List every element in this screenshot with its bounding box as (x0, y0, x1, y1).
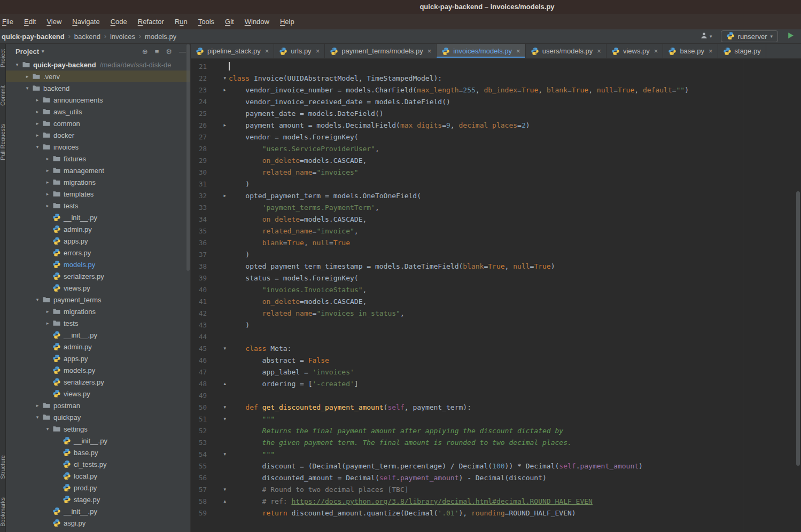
user-account-button[interactable]: ▾ (700, 32, 712, 41)
code-line-54[interactable]: 54▾ """ (191, 448, 801, 460)
tree-item-management[interactable]: ▸management (6, 165, 190, 176)
tree-item-settings[interactable]: ▾settings (6, 423, 190, 435)
tree-item-ci-tests-py[interactable]: ci_tests.py (6, 458, 190, 470)
menu-item-tools[interactable]: Tools (193, 14, 220, 29)
code-line-56[interactable]: 56 discounted_amount = Decimal(self.paym… (191, 472, 801, 483)
chevron-down-icon[interactable]: ▾ (22, 85, 32, 91)
editor-tab-invoices-models-py[interactable]: invoices/models.py× (437, 44, 525, 58)
tree-item-views-py[interactable]: views.py (6, 282, 190, 294)
tree-item-init-py[interactable]: __init__.py (6, 435, 190, 447)
project-view-selector[interactable]: Project ▾ (15, 48, 44, 56)
chevron-right-icon[interactable]: ▸ (33, 403, 42, 408)
chevron-right-icon[interactable]: ▸ (43, 179, 52, 185)
chevron-right-icon[interactable]: ▸ (43, 168, 52, 173)
code-line-46[interactable]: 46 abstract = False (191, 354, 801, 366)
code-line-23[interactable]: 23▸ vendor_invoice_number = models.CharF… (191, 84, 801, 96)
tool-stripe-project[interactable]: Project (0, 49, 6, 67)
breadcrumb-item-backend[interactable]: backend (74, 33, 100, 41)
tree-item-base-py[interactable]: base.py (6, 447, 190, 458)
code-line-22[interactable]: 22▾class Invoice(UUIDAbstractModel, Time… (191, 72, 801, 84)
fold-open-icon[interactable]: ▾ (223, 452, 226, 457)
fold-end-icon[interactable]: ▴ (223, 381, 226, 386)
tree-item-local-py[interactable]: local.py (6, 470, 190, 482)
code-editor[interactable]: 2122▾class Invoice(UUIDAbstractModel, Ti… (191, 59, 801, 532)
code-line-48[interactable]: 48▴ ordering = ['-created'] (191, 378, 801, 389)
tree-item-announcements[interactable]: ▸announcements (6, 94, 190, 106)
tree-item-migrations[interactable]: ▸migrations (6, 306, 190, 317)
settings-gear-icon[interactable]: ⚙ (166, 48, 172, 55)
code-line-21[interactable]: 21 (191, 60, 801, 72)
fold-open-icon[interactable]: ▾ (223, 76, 226, 81)
tree-item-fixtures[interactable]: ▸fixtures (6, 153, 190, 165)
tab-close-icon[interactable]: × (427, 47, 432, 55)
tree-item-prod-py[interactable]: prod.py (6, 482, 190, 494)
tree-item-backend[interactable]: ▾backend (6, 82, 190, 94)
chevron-right-icon[interactable]: ▸ (43, 320, 52, 326)
tree-item-stage-py[interactable]: stage.py (6, 494, 190, 505)
tree-item-payment-terms[interactable]: ▾payment_terms (6, 294, 190, 306)
menu-item-code[interactable]: Code (105, 14, 133, 29)
menu-item-window[interactable]: Window (239, 14, 275, 29)
collapse-all-icon[interactable]: ≡ (155, 48, 159, 55)
editor-tab-users-models-py[interactable]: users/models.py× (526, 44, 606, 58)
fold-open-icon[interactable]: ▾ (223, 405, 226, 410)
chevron-down-icon[interactable]: ▾ (12, 62, 22, 67)
tree-item-quick-pay-backend[interactable]: ▾quick-pay-backend/media/dev/ssd-disk-de (6, 59, 190, 71)
chevron-right-icon[interactable]: ▸ (43, 203, 52, 208)
hide-panel-icon[interactable]: ― (179, 48, 186, 55)
code-line-42[interactable]: 42 related_name="invoices_in_status", (191, 307, 801, 319)
breadcrumb-item-quick-pay-backend[interactable]: quick-pay-backend (2, 33, 65, 41)
editor-tab-stage-py[interactable]: stage.py (718, 44, 766, 58)
tree-item-errors-py[interactable]: errors.py (6, 247, 190, 259)
run-configuration-select[interactable]: runserver ▾ (721, 30, 778, 42)
menu-item-help[interactable]: Help (275, 14, 300, 29)
chevron-right-icon[interactable]: ▸ (43, 156, 52, 161)
code-line-30[interactable]: 30 related_name="invoices" (191, 166, 801, 178)
chevron-right-icon[interactable]: ▸ (43, 191, 52, 197)
chevron-down-icon[interactable]: ▾ (33, 144, 42, 150)
tree-item-models-py[interactable]: models.py (6, 364, 190, 376)
code-line-33[interactable]: 33 'payment_terms.PaymentTerm', (191, 201, 801, 213)
tree-item-migrations[interactable]: ▸migrations (6, 176, 190, 188)
tree-item-tests[interactable]: ▸tests (6, 200, 190, 212)
code-line-52[interactable]: 52 Returns the final payment amount afte… (191, 425, 801, 436)
tree-item-tests[interactable]: ▸tests (6, 317, 190, 329)
chevron-right-icon[interactable]: ▸ (33, 97, 42, 103)
code-line-29[interactable]: 29 on_delete=models.CASCADE, (191, 154, 801, 166)
menu-item-refactor[interactable]: Refactor (133, 14, 169, 29)
code-line-27[interactable]: 27 vendor = models.ForeignKey( (191, 131, 801, 143)
code-line-41[interactable]: 41 on_delete=models.CASCADE, (191, 295, 801, 307)
tree-item-init-py[interactable]: __init__.py (6, 505, 190, 517)
tab-close-icon[interactable]: × (316, 47, 320, 55)
editor-tab-views-py[interactable]: views.py× (606, 44, 663, 58)
code-line-47[interactable]: 47 app_label = 'invoices' (191, 366, 801, 378)
code-line-34[interactable]: 34 on_delete=models.CASCADE, (191, 213, 801, 225)
tree-item-apps-py[interactable]: apps.py (6, 235, 190, 247)
fold-end-icon[interactable]: ▴ (223, 499, 226, 504)
tree-item-postman[interactable]: ▸postman (6, 400, 190, 411)
project-tree-scrollbar[interactable] (186, 44, 190, 271)
run-button[interactable] (787, 32, 795, 41)
tree-item-serializers-py[interactable]: serializers.py (6, 270, 190, 282)
tree-item-views-py[interactable]: views.py (6, 388, 190, 400)
tree-item-aws-utils[interactable]: ▸aws_utils (6, 106, 190, 118)
chevron-down-icon[interactable]: ▾ (43, 426, 52, 432)
code-line-39[interactable]: 39 status = models.ForeignKey( (191, 272, 801, 284)
chevron-down-icon[interactable]: ▾ (33, 297, 42, 302)
tree-item-admin-py[interactable]: admin.py (6, 223, 190, 235)
fold-open-icon[interactable]: ▾ (223, 417, 226, 421)
menu-item-edit[interactable]: Edit (19, 14, 41, 29)
tab-close-icon[interactable]: × (265, 47, 269, 55)
code-line-40[interactable]: 40 "invoices.InvoiceStatus", (191, 284, 801, 295)
code-line-28[interactable]: 28 "users.ServiceProviderUser", (191, 143, 801, 154)
tree-item-init-py[interactable]: __init__.py (6, 212, 190, 223)
tree-item-apps-py[interactable]: apps.py (6, 353, 190, 364)
fold-open-icon[interactable]: ▾ (223, 346, 226, 351)
editor-tab-base-py[interactable]: base.py× (663, 44, 718, 58)
chevron-right-icon[interactable]: ▸ (33, 132, 42, 138)
tree-item-invoices[interactable]: ▾invoices (6, 141, 190, 153)
code-line-43[interactable]: 43 ) (191, 319, 801, 331)
menu-item-navigate[interactable]: Navigate (67, 14, 105, 29)
code-line-59[interactable]: 59 return discounted_amount.quantize(Dec… (191, 507, 801, 519)
editor-tab-payment-terms-models-py[interactable]: payment_terms/models.py× (325, 44, 437, 58)
